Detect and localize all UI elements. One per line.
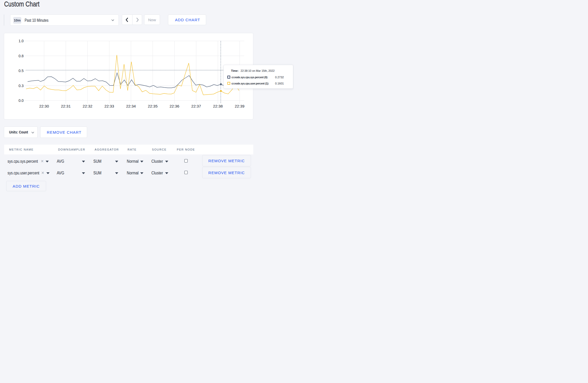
svg-text:22:35: 22:35 [148, 104, 158, 108]
svg-text:22:37: 22:37 [191, 104, 201, 108]
svg-text:22:38: 22:38 [213, 104, 223, 108]
svg-text:1.0: 1.0 [19, 39, 24, 43]
svg-text:22:31: 22:31 [61, 104, 71, 108]
svg-text:22:32: 22:32 [83, 104, 93, 108]
svg-text:22:36: 22:36 [170, 104, 179, 108]
svg-text:0.0: 0.0 [19, 98, 24, 103]
svg-text:22:33: 22:33 [104, 104, 114, 108]
svg-text:22:30: 22:30 [39, 104, 49, 108]
svg-text:22:39: 22:39 [235, 104, 244, 108]
svg-text:0.3: 0.3 [19, 84, 24, 88]
svg-text:22:34: 22:34 [126, 104, 136, 108]
svg-text:0.5: 0.5 [19, 69, 24, 73]
svg-text:0.8: 0.8 [19, 54, 24, 58]
